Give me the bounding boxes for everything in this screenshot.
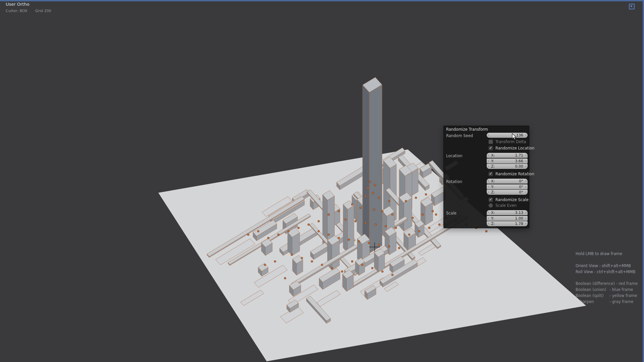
- origin-marker[interactable]: [344, 219, 346, 221]
- scene-box[interactable]: [399, 192, 412, 231]
- origin-marker[interactable]: [378, 197, 380, 199]
- scene-box[interactable]: [343, 200, 354, 253]
- scene-box[interactable]: [355, 258, 365, 275]
- origin-marker[interactable]: [368, 242, 370, 244]
- origin-marker[interactable]: [388, 245, 390, 247]
- transform-delta-checkbox[interactable]: [488, 139, 493, 144]
- origin-marker[interactable]: [287, 230, 289, 232]
- scale-z-field[interactable]: Z: 1.78: [487, 221, 528, 226]
- origin-marker[interactable]: [371, 267, 373, 269]
- origin-marker[interactable]: [360, 207, 362, 209]
- origin-marker[interactable]: [311, 260, 313, 262]
- viewport-corner-icon[interactable]: [629, 4, 635, 9]
- origin-marker[interactable]: [398, 247, 400, 249]
- randomize-rotation-row[interactable]: Randomize Rotation: [488, 171, 534, 176]
- location-x-field[interactable]: X: 1.71: [487, 153, 528, 158]
- origin-marker[interactable]: [361, 264, 363, 266]
- origin-marker[interactable]: [432, 210, 434, 212]
- randomize-transform-panel[interactable]: Randomize Transform Random Seed 136 Tran…: [443, 126, 529, 228]
- location-y-axis: Y:: [491, 159, 494, 163]
- randomize-scale-row[interactable]: Randomize Scale: [488, 197, 529, 202]
- origin-marker[interactable]: [405, 200, 407, 202]
- origin-marker[interactable]: [355, 220, 357, 222]
- rotation-y-field[interactable]: Y: 0°: [487, 184, 528, 189]
- origin-marker[interactable]: [358, 240, 360, 242]
- origin-marker[interactable]: [331, 267, 333, 269]
- origin-marker[interactable]: [351, 203, 353, 205]
- location-y-field[interactable]: Y: 3.66: [487, 159, 528, 164]
- randomize-scale-checkbox[interactable]: [488, 197, 493, 202]
- origin-marker[interactable]: [369, 181, 371, 183]
- scene-box[interactable]: [415, 220, 424, 237]
- location-z-field[interactable]: Z: 0.00: [487, 164, 528, 169]
- origin-marker[interactable]: [395, 227, 397, 229]
- blender-3d-viewport[interactable]: User Ortho Cutter: BOX Grid 200 Hold LMB…: [0, 0, 644, 362]
- origin-marker[interactable]: [408, 234, 410, 236]
- origin-marker[interactable]: [321, 264, 323, 266]
- origin-marker[interactable]: [485, 230, 487, 232]
- scene-box[interactable]: [421, 197, 433, 225]
- origin-marker[interactable]: [274, 260, 276, 262]
- origin-marker[interactable]: [284, 277, 286, 279]
- origin-marker[interactable]: [257, 230, 259, 232]
- origin-marker[interactable]: [298, 227, 300, 229]
- origin-marker[interactable]: [428, 227, 430, 229]
- scale-y-field[interactable]: Y: 1.00: [487, 216, 528, 221]
- origin-marker[interactable]: [308, 224, 310, 226]
- origin-marker[interactable]: [338, 237, 340, 239]
- origin-marker[interactable]: [247, 234, 249, 236]
- scale-x-field[interactable]: X: 3.13: [487, 210, 528, 215]
- origin-marker[interactable]: [391, 214, 393, 216]
- origin-marker[interactable]: [372, 192, 374, 194]
- origin-marker[interactable]: [365, 222, 367, 224]
- origin-marker[interactable]: [381, 210, 383, 212]
- location-x-value: 1.71: [515, 153, 524, 158]
- origin-marker[interactable]: [375, 224, 377, 226]
- rotation-x-field[interactable]: X: 0°: [487, 179, 528, 184]
- randomize-location-checkbox[interactable]: [488, 146, 493, 150]
- origin-marker[interactable]: [338, 210, 340, 212]
- origin-marker[interactable]: [348, 239, 350, 241]
- origin-marker[interactable]: [341, 270, 343, 273]
- rotation-z-field[interactable]: Z: 0°: [487, 190, 528, 195]
- origin-marker[interactable]: [367, 187, 369, 189]
- scene-box[interactable]: [288, 228, 300, 255]
- scene-box[interactable]: [363, 77, 382, 253]
- origin-marker[interactable]: [415, 197, 417, 199]
- panel-title: Randomize Transform: [446, 127, 488, 132]
- transform-delta-row[interactable]: Transform Delta: [488, 139, 526, 144]
- origin-marker[interactable]: [418, 230, 420, 232]
- scene-box[interactable]: [374, 249, 385, 272]
- origin-marker[interactable]: [318, 220, 320, 222]
- origin-marker[interactable]: [391, 274, 393, 276]
- origin-marker[interactable]: [425, 193, 427, 195]
- origin-marker[interactable]: [328, 214, 330, 216]
- origin-marker[interactable]: [328, 234, 330, 236]
- origin-marker[interactable]: [301, 257, 303, 259]
- origin-marker[interactable]: [412, 217, 414, 219]
- origin-marker[interactable]: [435, 214, 437, 216]
- origin-marker[interactable]: [385, 225, 387, 227]
- window-accent-border-top: [0, 0, 644, 1]
- randomize-location-row[interactable]: Randomize Location: [488, 145, 534, 150]
- scale-even-checkbox[interactable]: [488, 203, 493, 208]
- viewport-scene[interactable]: [0, 0, 644, 362]
- origin-marker[interactable]: [277, 234, 279, 236]
- origin-marker[interactable]: [378, 244, 380, 246]
- origin-marker[interactable]: [388, 200, 390, 202]
- origin-marker[interactable]: [267, 237, 269, 239]
- origin-marker[interactable]: [381, 270, 383, 273]
- randomize-rotation-checkbox[interactable]: [488, 172, 493, 176]
- origin-marker[interactable]: [291, 254, 293, 256]
- scene-box[interactable]: [342, 270, 354, 291]
- origin-marker[interactable]: [365, 195, 367, 197]
- scale-even-row[interactable]: Scale Even: [488, 203, 517, 208]
- origin-marker[interactable]: [422, 214, 424, 216]
- origin-marker[interactable]: [318, 230, 320, 232]
- origin-marker[interactable]: [374, 184, 376, 186]
- random-seed-slider[interactable]: 136: [487, 133, 528, 138]
- origin-marker[interactable]: [264, 264, 266, 266]
- origin-marker[interactable]: [438, 224, 440, 226]
- origin-marker[interactable]: [373, 208, 375, 210]
- origin-marker[interactable]: [351, 260, 353, 262]
